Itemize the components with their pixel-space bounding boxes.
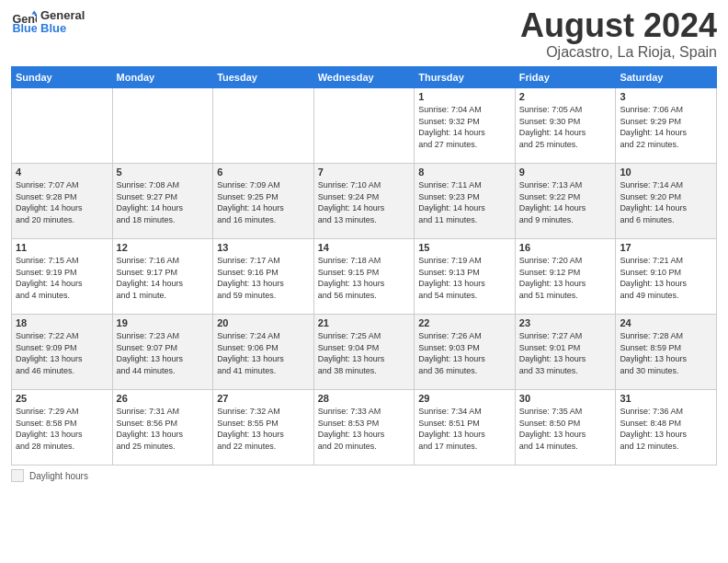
day-info: Sunrise: 7:21 AM Sunset: 9:10 PM Dayligh… [620, 255, 712, 301]
day-number: 20 [217, 317, 310, 328]
day-number: 26 [117, 393, 210, 404]
day-cell: 12Sunrise: 7:16 AM Sunset: 9:17 PM Dayli… [112, 239, 213, 315]
day-cell: 27Sunrise: 7:32 AM Sunset: 8:55 PM Dayli… [213, 390, 314, 465]
header-friday: Friday [515, 67, 616, 88]
day-info: Sunrise: 7:15 AM Sunset: 9:19 PM Dayligh… [16, 255, 108, 301]
day-cell [313, 88, 415, 164]
day-number: 15 [418, 242, 511, 253]
day-cell: 11Sunrise: 7:15 AM Sunset: 9:19 PM Dayli… [12, 239, 113, 315]
header: General Blue General Blue August 2024 Oj… [11, 9, 717, 61]
day-number: 27 [217, 393, 310, 404]
header-saturday: Saturday [616, 67, 717, 88]
day-cell: 31Sunrise: 7:36 AM Sunset: 8:48 PM Dayli… [616, 390, 717, 465]
day-cell: 25Sunrise: 7:29 AM Sunset: 8:58 PM Dayli… [12, 390, 113, 465]
day-cell: 21Sunrise: 7:25 AM Sunset: 9:04 PM Dayli… [313, 315, 415, 390]
day-info: Sunrise: 7:24 AM Sunset: 9:06 PM Dayligh… [217, 330, 310, 376]
day-number: 17 [620, 242, 712, 253]
header-thursday: Thursday [415, 67, 516, 88]
header-sunday: Sunday [12, 67, 113, 88]
day-info: Sunrise: 7:33 AM Sunset: 8:53 PM Dayligh… [318, 406, 411, 452]
day-number: 28 [318, 393, 411, 404]
day-cell [213, 88, 314, 164]
day-cell: 15Sunrise: 7:19 AM Sunset: 9:13 PM Dayli… [415, 239, 516, 315]
day-info: Sunrise: 7:09 AM Sunset: 9:25 PM Dayligh… [217, 179, 310, 225]
week-row-4: 18Sunrise: 7:22 AM Sunset: 9:09 PM Dayli… [12, 315, 717, 390]
day-cell: 23Sunrise: 7:27 AM Sunset: 9:01 PM Dayli… [515, 315, 616, 390]
day-info: Sunrise: 7:23 AM Sunset: 9:07 PM Dayligh… [117, 330, 210, 376]
day-cell: 24Sunrise: 7:28 AM Sunset: 8:59 PM Dayli… [616, 315, 717, 390]
day-number: 6 [217, 167, 310, 178]
day-cell: 2Sunrise: 7:05 AM Sunset: 9:30 PM Daylig… [515, 88, 616, 164]
day-info: Sunrise: 7:32 AM Sunset: 8:55 PM Dayligh… [217, 406, 310, 452]
day-cell: 22Sunrise: 7:26 AM Sunset: 9:03 PM Dayli… [415, 315, 516, 390]
day-info: Sunrise: 7:19 AM Sunset: 9:13 PM Dayligh… [418, 255, 511, 301]
day-cell: 4Sunrise: 7:07 AM Sunset: 9:28 PM Daylig… [12, 164, 113, 239]
day-cell: 1Sunrise: 7:04 AM Sunset: 9:32 PM Daylig… [415, 88, 516, 164]
day-info: Sunrise: 7:18 AM Sunset: 9:15 PM Dayligh… [318, 255, 411, 301]
day-number: 1 [418, 91, 511, 102]
day-number: 29 [418, 393, 511, 404]
day-info: Sunrise: 7:05 AM Sunset: 9:30 PM Dayligh… [519, 104, 612, 150]
day-number: 3 [620, 91, 712, 102]
title-block: August 2024 Ojacastro, La Rioja, Spain [520, 9, 717, 61]
day-cell [12, 88, 113, 164]
week-row-1: 1Sunrise: 7:04 AM Sunset: 9:32 PM Daylig… [12, 88, 717, 164]
day-cell: 28Sunrise: 7:33 AM Sunset: 8:53 PM Dayli… [313, 390, 415, 465]
day-cell: 30Sunrise: 7:35 AM Sunset: 8:50 PM Dayli… [515, 390, 616, 465]
day-number: 10 [620, 167, 712, 178]
day-number: 7 [318, 167, 411, 178]
day-info: Sunrise: 7:31 AM Sunset: 8:56 PM Dayligh… [117, 406, 210, 452]
day-info: Sunrise: 7:20 AM Sunset: 9:12 PM Dayligh… [519, 255, 612, 301]
logo-icon: General Blue [11, 9, 37, 35]
day-info: Sunrise: 7:07 AM Sunset: 9:28 PM Dayligh… [16, 179, 108, 225]
day-cell: 9Sunrise: 7:13 AM Sunset: 9:22 PM Daylig… [515, 164, 616, 239]
day-info: Sunrise: 7:36 AM Sunset: 8:48 PM Dayligh… [620, 406, 712, 452]
day-number: 5 [117, 167, 210, 178]
day-number: 21 [318, 317, 411, 328]
week-row-5: 25Sunrise: 7:29 AM Sunset: 8:58 PM Dayli… [12, 390, 717, 465]
footer: Daylight hours [11, 469, 717, 482]
day-cell: 26Sunrise: 7:31 AM Sunset: 8:56 PM Dayli… [112, 390, 213, 465]
day-info: Sunrise: 7:10 AM Sunset: 9:24 PM Dayligh… [318, 179, 411, 225]
day-number: 4 [16, 167, 108, 178]
day-info: Sunrise: 7:26 AM Sunset: 9:03 PM Dayligh… [418, 330, 511, 376]
day-cell: 7Sunrise: 7:10 AM Sunset: 9:24 PM Daylig… [313, 164, 415, 239]
day-info: Sunrise: 7:11 AM Sunset: 9:23 PM Dayligh… [418, 179, 511, 225]
day-info: Sunrise: 7:29 AM Sunset: 8:58 PM Dayligh… [16, 406, 108, 452]
day-info: Sunrise: 7:04 AM Sunset: 9:32 PM Dayligh… [418, 104, 511, 150]
day-number: 14 [318, 242, 411, 253]
day-number: 18 [16, 317, 108, 328]
calendar-header-row: SundayMondayTuesdayWednesdayThursdayFrid… [12, 67, 717, 88]
svg-marker-2 [31, 11, 37, 15]
day-info: Sunrise: 7:35 AM Sunset: 8:50 PM Dayligh… [519, 406, 612, 452]
day-info: Sunrise: 7:16 AM Sunset: 9:17 PM Dayligh… [117, 255, 210, 301]
day-cell: 17Sunrise: 7:21 AM Sunset: 9:10 PM Dayli… [616, 239, 717, 315]
day-cell: 14Sunrise: 7:18 AM Sunset: 9:15 PM Dayli… [313, 239, 415, 315]
day-number: 8 [418, 167, 511, 178]
day-number: 13 [217, 242, 310, 253]
week-row-2: 4Sunrise: 7:07 AM Sunset: 9:28 PM Daylig… [12, 164, 717, 239]
logo-general-text: General [40, 9, 85, 22]
day-number: 31 [620, 393, 712, 404]
day-number: 2 [519, 91, 612, 102]
day-cell: 19Sunrise: 7:23 AM Sunset: 9:07 PM Dayli… [112, 315, 213, 390]
week-row-3: 11Sunrise: 7:15 AM Sunset: 9:19 PM Dayli… [12, 239, 717, 315]
day-cell: 6Sunrise: 7:09 AM Sunset: 9:25 PM Daylig… [213, 164, 314, 239]
daylight-label: Daylight hours [29, 471, 88, 481]
day-number: 30 [519, 393, 612, 404]
day-number: 24 [620, 317, 712, 328]
page-container: General Blue General Blue August 2024 Oj… [0, 0, 728, 489]
day-info: Sunrise: 7:06 AM Sunset: 9:29 PM Dayligh… [620, 104, 712, 150]
day-info: Sunrise: 7:27 AM Sunset: 9:01 PM Dayligh… [519, 330, 612, 376]
location-title: Ojacastro, La Rioja, Spain [520, 44, 717, 61]
day-cell: 29Sunrise: 7:34 AM Sunset: 8:51 PM Dayli… [415, 390, 516, 465]
logo: General Blue General Blue [11, 9, 85, 36]
day-info: Sunrise: 7:13 AM Sunset: 9:22 PM Dayligh… [519, 179, 612, 225]
day-info: Sunrise: 7:08 AM Sunset: 9:27 PM Dayligh… [117, 179, 210, 225]
day-number: 19 [117, 317, 210, 328]
day-info: Sunrise: 7:17 AM Sunset: 9:16 PM Dayligh… [217, 255, 310, 301]
day-number: 12 [117, 242, 210, 253]
day-cell: 18Sunrise: 7:22 AM Sunset: 9:09 PM Dayli… [12, 315, 113, 390]
day-cell: 16Sunrise: 7:20 AM Sunset: 9:12 PM Dayli… [515, 239, 616, 315]
daylight-box [11, 469, 24, 482]
